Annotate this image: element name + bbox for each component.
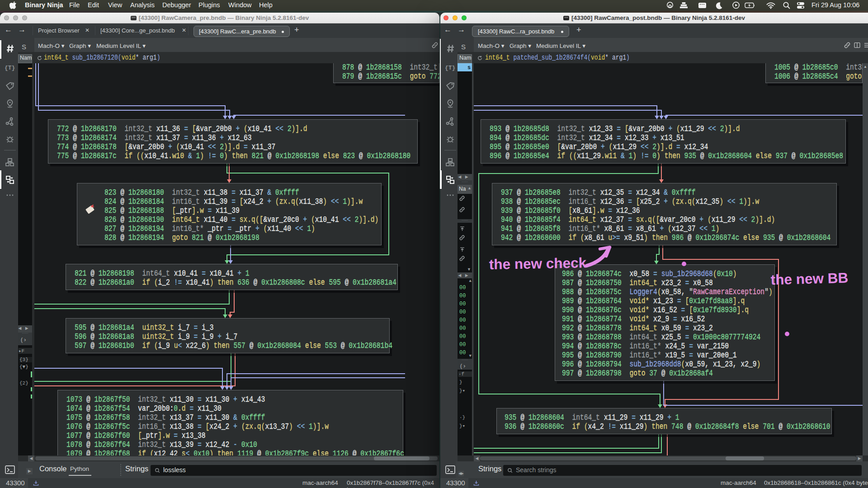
svg-text:{T}: {T} bbox=[445, 65, 455, 71]
svg-text:the new BB: the new BB bbox=[770, 270, 848, 288]
svg-text:the new check: the new check bbox=[489, 254, 586, 272]
svg-text:{T}: {T} bbox=[5, 65, 15, 71]
